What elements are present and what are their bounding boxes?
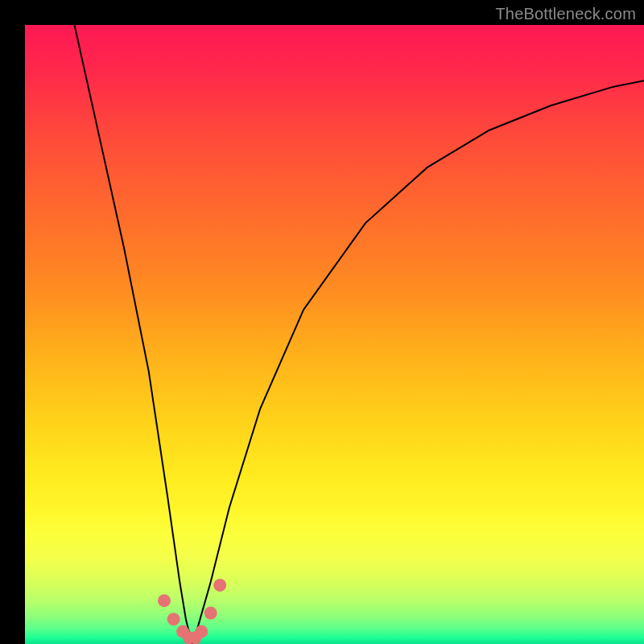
valley-dot	[158, 594, 171, 607]
valley-dot	[195, 625, 208, 638]
chart-frame: TheBottleneck.com	[0, 0, 644, 644]
valley-dot	[167, 613, 180, 625]
valley-dots-group	[158, 579, 226, 644]
main-curve	[75, 25, 645, 644]
plot-area	[25, 25, 644, 644]
watermark-text: TheBottleneck.com	[495, 5, 636, 23]
valley-dot	[204, 607, 217, 620]
chart-svg	[25, 25, 644, 644]
valley-dot	[213, 579, 226, 592]
